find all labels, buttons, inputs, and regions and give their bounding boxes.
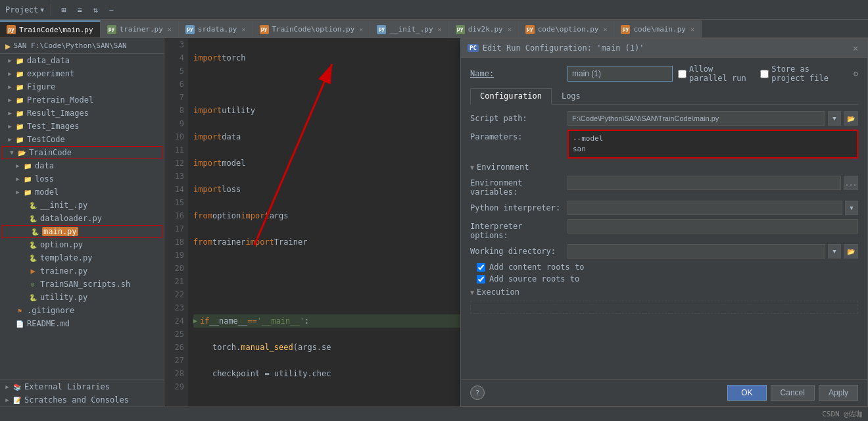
dialog-footer: ? OK Cancel Apply: [461, 379, 867, 406]
ok-button[interactable]: OK: [727, 385, 766, 401]
run-config-dialog[interactable]: PC Edit Run Configuration: 'main (1)' ✕ …: [460, 38, 868, 407]
sidebar-item-model[interactable]: ▶ 📁 model: [0, 186, 164, 199]
sidebar-item-traincode[interactable]: ▼ 📂 TrainCode: [1, 146, 162, 159]
ext-lib-arrow: ▶: [3, 384, 12, 390]
help-button[interactable]: ?: [470, 385, 485, 400]
python-interpreter-label: Python interpreter:: [470, 201, 562, 212]
sidebar-item-main-py[interactable]: 🐍 main.py: [1, 225, 162, 238]
tab-div2k-py[interactable]: py div2k.py ✕: [449, 20, 519, 37]
py-icon5: py: [377, 25, 386, 34]
environment-section[interactable]: ▼ Environment: [470, 162, 858, 172]
working-dir-value: ▼ 📂: [567, 244, 858, 259]
project-dropdown-icon[interactable]: ▼: [41, 7, 44, 13]
tab-init-py[interactable]: py __init_.py ✕: [370, 20, 448, 37]
tab-close-codeoption[interactable]: ✕: [603, 26, 607, 33]
working-dir-dropdown[interactable]: ▼: [828, 244, 841, 259]
add-source-checkbox[interactable]: [477, 275, 485, 284]
expand-arrow5: ▶: [5, 110, 14, 116]
sidebar-item-data[interactable]: ▶ 📁 data: [0, 159, 164, 172]
settings-icon[interactable]: ⚙: [854, 69, 858, 78]
sidebar-item-scratches[interactable]: ▶ 📝 Scratches and Consoles: [0, 393, 164, 407]
sidebar-item-readme[interactable]: 📄 README.md: [0, 317, 164, 330]
add-content-checkbox[interactable]: [477, 263, 485, 272]
cancel-button[interactable]: Cancel: [771, 385, 815, 401]
sidebar-item-loss[interactable]: ▶ 📁 loss: [0, 172, 164, 186]
tab-trainer-py[interactable]: py trainer.py ✕: [101, 20, 179, 37]
sidebar-item-external-libraries[interactable]: ▶ 📚 External Libraries: [0, 380, 164, 393]
tab-bar: py TrainCode\main.py py trainer.py ✕ py …: [0, 20, 868, 38]
py-icon3: py: [185, 25, 195, 34]
script-path-browse[interactable]: 📂: [844, 111, 858, 126]
tab-code-option[interactable]: py code\option.py ✕: [519, 20, 615, 37]
sidebar-item-init-py[interactable]: 🐍 __init_.py: [0, 199, 164, 212]
tab-close-srdata[interactable]: ✕: [241, 26, 245, 33]
working-dir-input[interactable]: [567, 244, 825, 259]
sidebar-item-test-images[interactable]: ▶ 📁 Test_Images: [0, 120, 164, 133]
sidebar-item-pretrain[interactable]: ▶ 📁 Pretrain_Model: [0, 93, 164, 107]
exec-toggle-icon: ▼: [470, 289, 474, 296]
footer-buttons: OK Cancel Apply: [727, 385, 858, 401]
tab-logs[interactable]: Logs: [552, 88, 591, 104]
tab-configuration[interactable]: Configuration: [470, 88, 552, 105]
main-area: ▶ SAN F:\Code\Python\SAN\SAN ▶ 📁 data_da…: [0, 38, 868, 407]
working-dir-label: Working directory:: [470, 244, 562, 256]
tab-close-option[interactable]: ✕: [359, 26, 363, 33]
sidebar-item-testcode[interactable]: ▶ 📁 TestCode: [0, 133, 164, 146]
add-content-roots-row: Add content roots to: [477, 262, 858, 272]
tab-close-trainer[interactable]: ✕: [168, 26, 172, 33]
sidebar-item-scripts-sh[interactable]: ⚙ TrainSAN_scripts.sh: [0, 278, 164, 291]
env-browse-btn[interactable]: ...: [844, 176, 858, 190]
toolbar-separator: [51, 4, 51, 16]
py-icon: py: [7, 25, 16, 34]
sidebar-item-experiment[interactable]: ▶ 📁 experiment: [0, 67, 164, 80]
minus-icon[interactable]: −: [105, 4, 117, 16]
tab-close-codemain[interactable]: ✕: [690, 26, 694, 33]
allow-parallel-checkbox[interactable]: [678, 70, 687, 78]
list-icon[interactable]: ≡: [74, 4, 85, 16]
tab-main-py[interactable]: py TrainCode\main.py: [0, 20, 101, 37]
sort-icon[interactable]: ⇅: [89, 4, 101, 16]
dialog-close-button[interactable]: ✕: [850, 43, 861, 53]
grid-icon[interactable]: ⊞: [58, 4, 70, 16]
ext-lib-icon: 📚: [12, 382, 22, 391]
folder-icon3: 📁: [14, 82, 25, 91]
py-file-icon5: 🐍: [28, 253, 38, 262]
sidebar-item-result-images[interactable]: ▶ 📁 Result_Images: [0, 107, 164, 120]
sidebar-item-figure[interactable]: ▶ 📁 Figure: [0, 80, 164, 93]
interpreter-dropdown[interactable]: ▼: [845, 201, 858, 215]
tab-close-div2k[interactable]: ✕: [508, 26, 512, 33]
store-project-checkbox[interactable]: [760, 70, 769, 78]
project-label[interactable]: Project ▼: [5, 5, 44, 14]
sidebar-item-trainer-py[interactable]: ▶ trainer.py: [0, 264, 164, 278]
sidebar-item-data-data[interactable]: ▶ 📁 data_data: [0, 54, 164, 67]
store-project-label: Store as project file: [760, 64, 844, 83]
working-dir-browse[interactable]: 📂: [844, 244, 858, 259]
sidebar-item-dataloader[interactable]: 🐍 dataloader.py: [0, 212, 164, 225]
python-interpreter-input[interactable]: [567, 201, 842, 215]
tab-code-main[interactable]: py code\main.py ✕: [614, 20, 702, 37]
script-path-input[interactable]: [567, 111, 825, 126]
tab-close-init[interactable]: ✕: [438, 26, 442, 33]
tab-srdata-py[interactable]: py srdata.py ✕: [179, 20, 253, 37]
env-variables-input[interactable]: [567, 176, 841, 190]
apply-button[interactable]: Apply: [819, 385, 858, 401]
expand-arrow10: ▶: [13, 176, 22, 182]
parameters-textarea[interactable]: --model san --save save_name --scale 2 -…: [567, 130, 858, 159]
git-icon: ⚑: [14, 306, 25, 315]
sidebar-item-option-py[interactable]: 🐍 option.py: [0, 238, 164, 251]
parameters-row: Parameters: --model san --save save_name…: [470, 130, 858, 159]
sidebar-item-template-py[interactable]: 🐍 template.py: [0, 251, 164, 264]
name-input[interactable]: [567, 66, 673, 82]
add-source-roots-row: Add source roots to: [477, 274, 858, 284]
script-path-dropdown[interactable]: ▼: [828, 111, 841, 126]
env-variables-row: Environment variables: ...: [470, 176, 858, 197]
parameters-value: --model san --save save_name --scale 2 -…: [567, 130, 858, 159]
sidebar-item-gitignore[interactable]: ⚑ .gitignore: [0, 304, 164, 317]
py-file-icon: 🐍: [28, 201, 38, 210]
interpreter-options-input[interactable]: [567, 219, 858, 234]
execution-section[interactable]: ▼ Execution: [470, 287, 858, 297]
tab-option-py[interactable]: py TrainCode\option.py ✕: [253, 20, 371, 37]
sidebar-item-utility-py[interactable]: 🐍 utility.py: [0, 291, 164, 304]
folder-icon: 📁: [14, 56, 25, 65]
folder-icon2: 📁: [14, 69, 25, 78]
